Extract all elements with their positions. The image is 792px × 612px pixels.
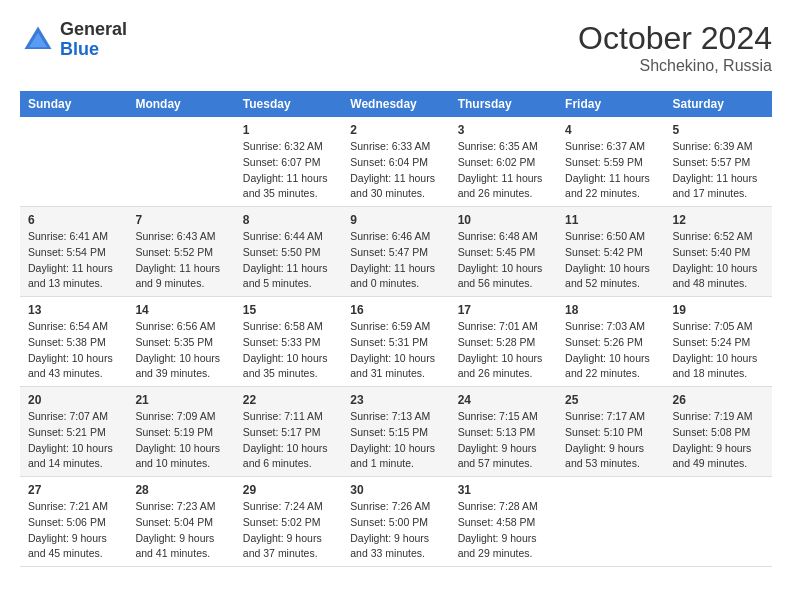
calendar-cell: 5 Sunrise: 6:39 AM Sunset: 5:57 PM Dayli… xyxy=(665,117,772,207)
day-number: 17 xyxy=(458,301,549,319)
calendar-cell: 19 Sunrise: 7:05 AM Sunset: 5:24 PM Dayl… xyxy=(665,297,772,387)
sunrise-info: Sunrise: 7:23 AM xyxy=(135,499,226,515)
weekday-header: Wednesday xyxy=(342,91,449,117)
daylight-info: Daylight: 11 hours and 13 minutes. xyxy=(28,261,119,293)
location: Shchekino, Russia xyxy=(578,57,772,75)
sunset-info: Sunset: 5:17 PM xyxy=(243,425,334,441)
day-number: 31 xyxy=(458,481,549,499)
daylight-info: Daylight: 11 hours and 5 minutes. xyxy=(243,261,334,293)
daylight-info: Daylight: 11 hours and 22 minutes. xyxy=(565,171,656,203)
sunrise-info: Sunrise: 6:35 AM xyxy=(458,139,549,155)
day-number: 29 xyxy=(243,481,334,499)
sunrise-info: Sunrise: 6:39 AM xyxy=(673,139,764,155)
calendar-cell: 9 Sunrise: 6:46 AM Sunset: 5:47 PM Dayli… xyxy=(342,207,449,297)
daylight-info: Daylight: 10 hours and 48 minutes. xyxy=(673,261,764,293)
calendar-cell xyxy=(20,117,127,207)
logo-text: General Blue xyxy=(60,20,127,60)
sunset-info: Sunset: 5:52 PM xyxy=(135,245,226,261)
sunset-info: Sunset: 5:50 PM xyxy=(243,245,334,261)
logo-icon xyxy=(20,22,56,58)
day-number: 4 xyxy=(565,121,656,139)
sunrise-info: Sunrise: 7:03 AM xyxy=(565,319,656,335)
sunrise-info: Sunrise: 7:21 AM xyxy=(28,499,119,515)
calendar-cell: 1 Sunrise: 6:32 AM Sunset: 6:07 PM Dayli… xyxy=(235,117,342,207)
calendar-cell: 30 Sunrise: 7:26 AM Sunset: 5:00 PM Dayl… xyxy=(342,477,449,567)
sunset-info: Sunset: 5:06 PM xyxy=(28,515,119,531)
sunrise-info: Sunrise: 7:13 AM xyxy=(350,409,441,425)
sunrise-info: Sunrise: 6:37 AM xyxy=(565,139,656,155)
sunset-info: Sunset: 5:15 PM xyxy=(350,425,441,441)
sunrise-info: Sunrise: 6:56 AM xyxy=(135,319,226,335)
sunset-info: Sunset: 5:08 PM xyxy=(673,425,764,441)
sunset-info: Sunset: 5:28 PM xyxy=(458,335,549,351)
calendar-week-row: 1 Sunrise: 6:32 AM Sunset: 6:07 PM Dayli… xyxy=(20,117,772,207)
sunrise-info: Sunrise: 7:07 AM xyxy=(28,409,119,425)
sunrise-info: Sunrise: 7:28 AM xyxy=(458,499,549,515)
sunset-info: Sunset: 5:57 PM xyxy=(673,155,764,171)
daylight-info: Daylight: 10 hours and 22 minutes. xyxy=(565,351,656,383)
weekday-header: Friday xyxy=(557,91,664,117)
sunset-info: Sunset: 5:38 PM xyxy=(28,335,119,351)
sunset-info: Sunset: 5:33 PM xyxy=(243,335,334,351)
sunset-info: Sunset: 5:31 PM xyxy=(350,335,441,351)
sunset-info: Sunset: 5:26 PM xyxy=(565,335,656,351)
sunset-info: Sunset: 5:19 PM xyxy=(135,425,226,441)
day-number: 14 xyxy=(135,301,226,319)
sunset-info: Sunset: 5:24 PM xyxy=(673,335,764,351)
sunrise-info: Sunrise: 7:24 AM xyxy=(243,499,334,515)
daylight-info: Daylight: 9 hours and 37 minutes. xyxy=(243,531,334,563)
day-number: 6 xyxy=(28,211,119,229)
weekday-header: Sunday xyxy=(20,91,127,117)
calendar-cell: 28 Sunrise: 7:23 AM Sunset: 5:04 PM Dayl… xyxy=(127,477,234,567)
title-section: October 2024 Shchekino, Russia xyxy=(578,20,772,75)
sunrise-info: Sunrise: 6:48 AM xyxy=(458,229,549,245)
sunrise-info: Sunrise: 6:52 AM xyxy=(673,229,764,245)
page-header: General Blue October 2024 Shchekino, Rus… xyxy=(20,20,772,75)
daylight-info: Daylight: 10 hours and 56 minutes. xyxy=(458,261,549,293)
calendar-cell: 17 Sunrise: 7:01 AM Sunset: 5:28 PM Dayl… xyxy=(450,297,557,387)
day-number: 19 xyxy=(673,301,764,319)
day-number: 7 xyxy=(135,211,226,229)
sunrise-info: Sunrise: 6:43 AM xyxy=(135,229,226,245)
daylight-info: Daylight: 10 hours and 31 minutes. xyxy=(350,351,441,383)
calendar-cell: 16 Sunrise: 6:59 AM Sunset: 5:31 PM Dayl… xyxy=(342,297,449,387)
sunrise-info: Sunrise: 6:33 AM xyxy=(350,139,441,155)
day-number: 22 xyxy=(243,391,334,409)
day-number: 5 xyxy=(673,121,764,139)
sunset-info: Sunset: 4:58 PM xyxy=(458,515,549,531)
calendar-cell xyxy=(665,477,772,567)
daylight-info: Daylight: 11 hours and 26 minutes. xyxy=(458,171,549,203)
daylight-info: Daylight: 10 hours and 6 minutes. xyxy=(243,441,334,473)
day-number: 13 xyxy=(28,301,119,319)
calendar-cell: 21 Sunrise: 7:09 AM Sunset: 5:19 PM Dayl… xyxy=(127,387,234,477)
day-number: 24 xyxy=(458,391,549,409)
calendar-week-row: 6 Sunrise: 6:41 AM Sunset: 5:54 PM Dayli… xyxy=(20,207,772,297)
day-number: 1 xyxy=(243,121,334,139)
daylight-info: Daylight: 10 hours and 52 minutes. xyxy=(565,261,656,293)
calendar-cell: 26 Sunrise: 7:19 AM Sunset: 5:08 PM Dayl… xyxy=(665,387,772,477)
calendar-cell: 2 Sunrise: 6:33 AM Sunset: 6:04 PM Dayli… xyxy=(342,117,449,207)
calendar-week-row: 27 Sunrise: 7:21 AM Sunset: 5:06 PM Dayl… xyxy=(20,477,772,567)
sunset-info: Sunset: 6:07 PM xyxy=(243,155,334,171)
calendar-cell: 3 Sunrise: 6:35 AM Sunset: 6:02 PM Dayli… xyxy=(450,117,557,207)
sunset-info: Sunset: 5:04 PM xyxy=(135,515,226,531)
sunrise-info: Sunrise: 7:05 AM xyxy=(673,319,764,335)
calendar-cell: 14 Sunrise: 6:56 AM Sunset: 5:35 PM Dayl… xyxy=(127,297,234,387)
day-number: 15 xyxy=(243,301,334,319)
sunset-info: Sunset: 5:42 PM xyxy=(565,245,656,261)
day-number: 12 xyxy=(673,211,764,229)
calendar-cell: 24 Sunrise: 7:15 AM Sunset: 5:13 PM Dayl… xyxy=(450,387,557,477)
sunset-info: Sunset: 5:00 PM xyxy=(350,515,441,531)
sunset-info: Sunset: 5:59 PM xyxy=(565,155,656,171)
sunset-info: Sunset: 5:13 PM xyxy=(458,425,549,441)
sunrise-info: Sunrise: 7:17 AM xyxy=(565,409,656,425)
daylight-info: Daylight: 9 hours and 49 minutes. xyxy=(673,441,764,473)
sunset-info: Sunset: 5:21 PM xyxy=(28,425,119,441)
daylight-info: Daylight: 9 hours and 29 minutes. xyxy=(458,531,549,563)
header-row: SundayMondayTuesdayWednesdayThursdayFrid… xyxy=(20,91,772,117)
daylight-info: Daylight: 9 hours and 45 minutes. xyxy=(28,531,119,563)
day-number: 9 xyxy=(350,211,441,229)
sunrise-info: Sunrise: 7:09 AM xyxy=(135,409,226,425)
day-number: 10 xyxy=(458,211,549,229)
sunset-info: Sunset: 5:40 PM xyxy=(673,245,764,261)
